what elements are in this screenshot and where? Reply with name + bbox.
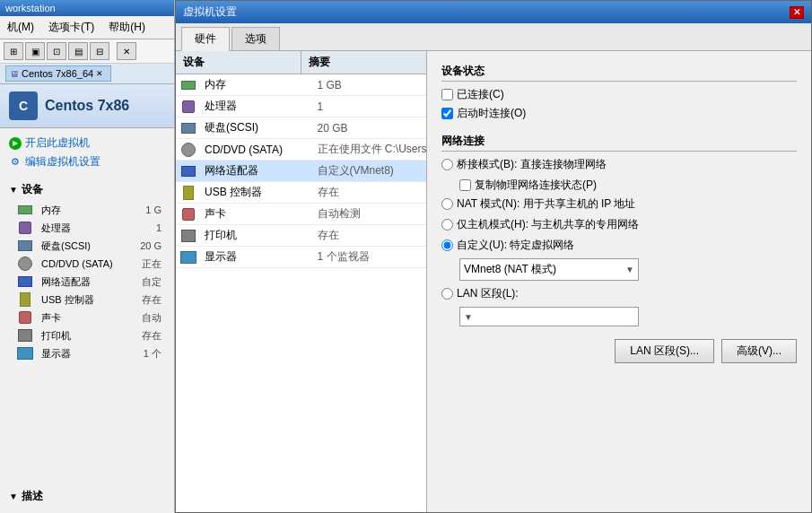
lan-segment-radio[interactable]	[441, 288, 453, 300]
display-icon	[16, 346, 34, 361]
disk-label: 硬盘(SCSI)	[41, 239, 136, 253]
dl-row-usb[interactable]: USB 控制器 存在	[176, 182, 426, 204]
dl-net-summary: 自定义(VMnet8)	[314, 163, 427, 178]
nat-radio[interactable]	[441, 198, 453, 210]
tab-hardware[interactable]: 硬件	[181, 27, 230, 51]
vm-tab-close[interactable]: ✕	[96, 69, 103, 78]
edit-vm-btn[interactable]: ⚙ 编辑虚拟机设置	[9, 154, 165, 170]
dl-sound-summary: 自动检测	[314, 206, 427, 222]
replicate-label: 复制物理网络连接状态(P)	[475, 178, 597, 193]
connected-checkbox[interactable]	[441, 89, 453, 100]
vm-tab-item[interactable]: 🖥 Centos 7x86_64 ✕	[5, 65, 111, 82]
dl-disk-icon	[179, 121, 197, 135]
dl-row-net[interactable]: 网络适配器 自定义(VMnet8)	[176, 161, 426, 182]
lan-segment-radio-row: LAN 区段(L):	[441, 286, 797, 301]
left-menu: 机(M) 选项卡(T) 帮助(H)	[0, 16, 174, 39]
left-device-disk: 硬盘(SCSI) 20 G	[9, 237, 165, 255]
dl-row-ram[interactable]: 内存 1 GB	[176, 74, 426, 96]
dl-sound-icon	[179, 207, 197, 222]
dl-usb-icon	[179, 186, 197, 200]
advanced-btn[interactable]: 高级(V)...	[721, 339, 797, 363]
dl-row-disk[interactable]: 硬盘(SCSI) 20 GB	[176, 117, 426, 139]
dl-row-cdrom[interactable]: CD/DVD (SATA) 正在使用文件 C:\Users\Administra…	[176, 139, 426, 161]
lan-dropdown-arrow-icon: ▼	[464, 312, 473, 322]
left-device-sound: 声卡 自动	[9, 309, 165, 326]
dl-display-name: 显示器	[201, 249, 314, 265]
lan-segment-btn[interactable]: LAN 区段(S)...	[615, 339, 714, 363]
toolbar-btn-1[interactable]: ⊞	[4, 42, 23, 60]
toolbar-btn-3[interactable]: ⊡	[47, 42, 66, 60]
net-icon	[16, 274, 34, 289]
dl-ram-icon	[179, 78, 197, 92]
describe-label: 描述	[22, 489, 43, 504]
menu-tabs[interactable]: 选项卡(T)	[41, 16, 101, 39]
dl-sound-name: 声卡	[201, 206, 314, 222]
dialog-close-btn[interactable]: ✕	[790, 6, 804, 19]
host-only-row: 仅主机模式(H): 与主机共享的专用网络	[441, 217, 797, 232]
dl-row-sound[interactable]: 声卡 自动检测	[176, 204, 426, 225]
custom-radio[interactable]	[441, 239, 453, 251]
connect-on-start-checkbox[interactable]	[441, 108, 453, 119]
bridge-radio[interactable]	[441, 159, 453, 170]
dl-cdrom-summary: 正在使用文件 C:\Users\Administrato...	[314, 142, 427, 157]
net-label: 网络适配器	[41, 275, 138, 289]
dl-usb-summary: 存在	[314, 185, 427, 200]
dialog-titlebar: 虚拟机设置 ✕	[176, 1, 811, 23]
dl-cdrom-icon	[179, 143, 197, 157]
tab-options[interactable]: 选项	[231, 27, 280, 50]
dl-row-print[interactable]: 打印机 存在	[176, 225, 426, 247]
dl-cpu-name: 处理器	[201, 99, 314, 114]
lan-dropdown-row: ▼	[459, 307, 797, 326]
ram-value: 1 G	[145, 204, 162, 215]
lan-segment-input[interactable]: ▼	[459, 307, 639, 326]
settings-panel: 设备状态 已连接(C) 启动时连接(O) 网络连接 桥接模式(B): 直接连接物…	[427, 51, 811, 512]
dl-cpu-icon	[179, 100, 197, 114]
devices-section-header[interactable]: ▼ 设备	[9, 182, 165, 197]
left-device-display: 显示器 1 个	[9, 344, 165, 362]
usb-value: 存在	[142, 293, 162, 307]
custom-network-value: VMnet8 (NAT 模式)	[464, 262, 556, 277]
bridge-label: 桥接模式(B): 直接连接物理网络	[457, 157, 607, 172]
device-list-header: 设备 摘要	[176, 51, 426, 74]
start-vm-btn[interactable]: ▶ 开启此虚拟机	[9, 135, 165, 151]
toolbar-btn-6[interactable]: ✕	[117, 42, 136, 60]
left-panel: workstation 机(M) 选项卡(T) 帮助(H) ⊞ ▣ ⊡ ▤ ⊟ …	[0, 0, 175, 513]
connect-on-start-row: 启动时连接(O)	[441, 106, 797, 121]
app-title: workstation	[5, 3, 56, 13]
net-value: 自定	[142, 275, 162, 289]
dl-display-icon	[179, 250, 197, 265]
describe-triangle: ▼	[9, 491, 18, 501]
dialog-tabs: 硬件 选项	[176, 23, 811, 51]
toolbar-btn-5[interactable]: ⊟	[90, 42, 109, 60]
ram-icon	[16, 203, 34, 217]
describe-section-header[interactable]: ▼ 描述	[9, 489, 165, 504]
dl-ram-name: 内存	[201, 77, 314, 92]
menu-help[interactable]: 帮助(H)	[101, 16, 153, 39]
nat-label: NAT 模式(N): 用于共享主机的 IP 地址	[457, 196, 635, 212]
toolbar-btn-4[interactable]: ▤	[68, 42, 88, 60]
dl-row-display[interactable]: 显示器 1 个监视器	[176, 247, 426, 268]
left-device-cdrom: CD/DVD (SATA) 正在	[9, 255, 165, 273]
replicate-checkbox[interactable]	[459, 179, 471, 191]
vm-header: C Centos 7x86	[0, 84, 174, 128]
connected-label: 已连接(C)	[457, 87, 504, 102]
toolbar-btn-2[interactable]: ▣	[25, 42, 45, 60]
describe-section: ▼ 描述	[0, 483, 174, 513]
play-icon: ▶	[9, 137, 22, 150]
col-device-header: 设备	[176, 51, 301, 74]
dl-cdrom-name: CD/DVD (SATA)	[201, 143, 314, 156]
custom-row: 自定义(U): 特定虚拟网络	[441, 238, 797, 253]
custom-dropdown-row: VMnet8 (NAT 模式) ▼	[459, 258, 797, 281]
dl-row-cpu[interactable]: 处理器 1	[176, 96, 426, 117]
vm-tab-label: Centos 7x86_64	[22, 68, 93, 79]
sound-label: 声卡	[41, 311, 138, 325]
ram-label: 内存	[41, 204, 142, 217]
dl-disk-name: 硬盘(SCSI)	[201, 120, 314, 135]
settings-footer-btns: LAN 区段(S)... 高级(V)...	[441, 339, 797, 363]
custom-network-dropdown[interactable]: VMnet8 (NAT 模式) ▼	[459, 258, 639, 281]
cpu-icon	[16, 221, 34, 235]
dl-print-name: 打印机	[201, 228, 314, 243]
left-titlebar: workstation	[0, 0, 174, 16]
menu-machine[interactable]: 机(M)	[0, 16, 41, 39]
host-only-radio[interactable]	[441, 219, 453, 230]
